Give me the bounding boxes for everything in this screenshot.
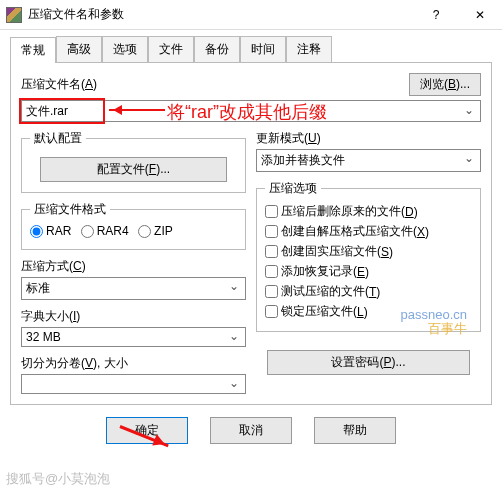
archive-format-group: 压缩文件格式 RAR RAR4 ZIP [21,201,246,250]
close-button[interactable]: ✕ [458,0,502,29]
update-label: 更新模式(U) [256,130,481,147]
watermark-source: 搜狐号@小莫泡泡 [6,470,110,488]
dialog-footer: 确定 取消 帮助 [10,405,492,446]
browse-button[interactable]: 浏览(B)... [409,73,481,96]
update-select[interactable]: 添加并替换文件⌄ [256,149,481,172]
format-rar[interactable]: RAR [30,224,71,238]
option-check-0[interactable] [265,205,278,218]
dict-label: 字典大小(I) [21,308,246,325]
format-zip[interactable]: ZIP [138,224,173,238]
option-2[interactable]: 创建固实压缩文件(S) [265,243,472,260]
option-check-2[interactable] [265,245,278,258]
ok-button[interactable]: 确定 [106,417,188,444]
option-0[interactable]: 压缩后删除原来的文件(D) [265,203,472,220]
compress-options-legend: 压缩选项 [265,180,321,197]
tab-comment[interactable]: 注释 [286,36,332,62]
tab-backup[interactable]: 备份 [194,36,240,62]
format-rar4-radio[interactable] [81,225,94,238]
title-bar: 压缩文件名和参数 ? ✕ [0,0,502,30]
option-3[interactable]: 添加恢复记录(E) [265,263,472,280]
set-password-button[interactable]: 设置密码(P)... [267,350,470,375]
help-button[interactable]: ? [414,0,458,29]
dict-select[interactable]: 32 MB⌄ [21,327,246,347]
default-config-group: 默认配置 配置文件(F)... [21,130,246,193]
option-1[interactable]: 创建自解压格式压缩文件(X) [265,223,472,240]
method-select[interactable]: 标准⌄ [21,277,246,300]
option-check-4[interactable] [265,285,278,298]
chevron-down-icon: ⌄ [460,151,478,165]
chevron-down-icon: ⌄ [225,376,243,390]
app-icon [6,7,22,23]
option-check-3[interactable] [265,265,278,278]
method-label: 压缩方式(C) [21,258,246,275]
chevron-down-icon: ⌄ [225,279,243,293]
tab-files[interactable]: 文件 [148,36,194,62]
filename-label: 压缩文件名(A) [21,76,97,93]
option-4[interactable]: 测试压缩的文件(T) [265,283,472,300]
chevron-down-icon[interactable]: ⌄ [460,103,478,117]
option-check-1[interactable] [265,225,278,238]
split-select[interactable]: ⌄ [21,374,246,394]
default-config-legend: 默认配置 [30,130,86,147]
profiles-button[interactable]: 配置文件(F)... [40,157,226,182]
compress-options-group: 压缩选项 压缩后删除原来的文件(D)创建自解压格式压缩文件(X)创建固实压缩文件… [256,180,481,332]
help-button-footer[interactable]: 帮助 [314,417,396,444]
tab-time[interactable]: 时间 [240,36,286,62]
split-label: 切分为分卷(V), 大小 [21,355,246,372]
archive-name-input[interactable] [21,100,481,122]
format-zip-radio[interactable] [138,225,151,238]
cancel-button[interactable]: 取消 [210,417,292,444]
archive-format-legend: 压缩文件格式 [30,201,110,218]
tab-advanced[interactable]: 高级 [56,36,102,62]
option-check-5[interactable] [265,305,278,318]
window-title: 压缩文件名和参数 [28,6,414,23]
format-rar-radio[interactable] [30,225,43,238]
tab-general[interactable]: 常规 [10,37,56,63]
tab-options[interactable]: 选项 [102,36,148,62]
chevron-down-icon: ⌄ [225,329,243,343]
tab-bar: 常规 高级 选项 文件 备份 时间 注释 [10,36,492,62]
tab-panel: 压缩文件名(A) 浏览(B)... ⌄ 将“rar”改成其他后缀 默认配置 配置… [10,62,492,405]
option-5[interactable]: 锁定压缩文件(L) [265,303,472,320]
format-rar4[interactable]: RAR4 [81,224,129,238]
